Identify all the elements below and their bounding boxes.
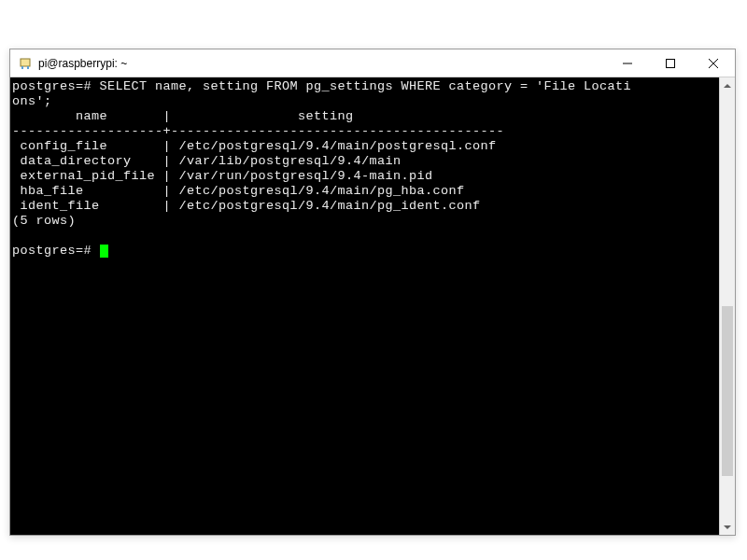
chevron-down-icon [724, 525, 731, 529]
chevron-up-icon [724, 84, 731, 88]
close-icon [709, 59, 718, 68]
terminal-window: pi@raspberrypi: ~ postgres=# SELECT nam [9, 49, 736, 536]
vertical-scrollbar[interactable] [719, 77, 735, 535]
terminal-output[interactable]: postgres=# SELECT name, setting FROM pg_… [10, 77, 719, 535]
window-controls [606, 49, 735, 77]
terminal-wrapper: postgres=# SELECT name, setting FROM pg_… [10, 77, 735, 535]
close-button[interactable] [692, 49, 735, 77]
svg-rect-4 [667, 59, 675, 67]
titlebar[interactable]: pi@raspberrypi: ~ [10, 49, 735, 77]
minimize-button[interactable] [606, 49, 649, 77]
scroll-thumb[interactable] [722, 306, 733, 476]
scroll-track[interactable] [720, 93, 735, 519]
window-title: pi@raspberrypi: ~ [38, 57, 606, 70]
scroll-up-button[interactable] [720, 77, 735, 93]
cursor [100, 245, 108, 258]
scroll-down-button[interactable] [720, 519, 735, 535]
svg-rect-0 [21, 59, 30, 66]
maximize-icon [666, 59, 675, 68]
maximize-button[interactable] [649, 49, 692, 77]
minimize-icon [623, 59, 632, 68]
putty-icon [18, 56, 33, 71]
